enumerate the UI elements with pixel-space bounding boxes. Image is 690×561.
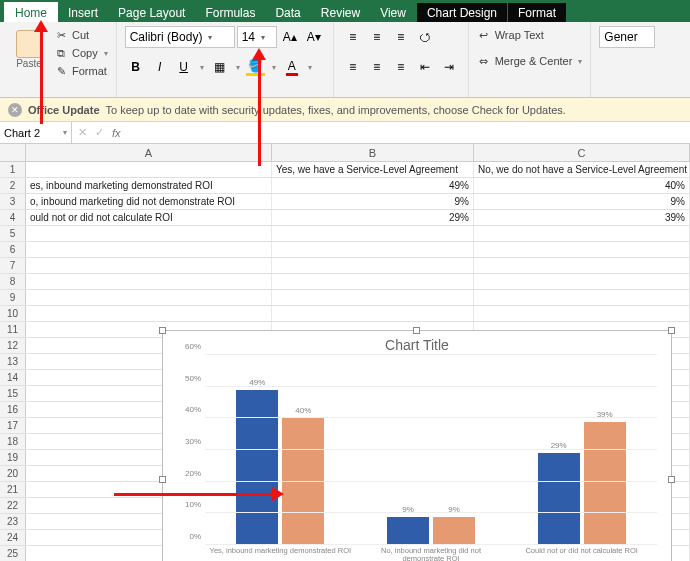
align-top-button[interactable]: ≡ — [342, 26, 364, 48]
italic-button[interactable]: I — [149, 56, 171, 78]
bar[interactable]: 49% — [236, 390, 278, 545]
row-header[interactable]: 16 — [0, 402, 26, 417]
align-left-button[interactable]: ≡ — [342, 56, 364, 78]
row-header[interactable]: 5 — [0, 226, 26, 241]
number-format-dropdown[interactable]: Gener — [599, 26, 655, 48]
col-C-header[interactable]: C — [474, 144, 690, 161]
cell-B8[interactable] — [272, 274, 474, 289]
row-header[interactable]: 10 — [0, 306, 26, 321]
border-button[interactable]: ▦ — [209, 56, 231, 78]
row-header[interactable]: 13 — [0, 354, 26, 369]
cell-B6[interactable] — [272, 242, 474, 257]
cell-A5[interactable] — [26, 226, 272, 241]
cell-B2[interactable]: 49% — [272, 178, 474, 193]
underline-button[interactable]: U — [173, 56, 195, 78]
cell-A8[interactable] — [26, 274, 272, 289]
row-header[interactable]: 15 — [0, 386, 26, 401]
tab-data[interactable]: Data — [265, 3, 310, 22]
row-header[interactable]: 21 — [0, 482, 26, 497]
tab-home[interactable]: Home — [4, 2, 58, 22]
bar[interactable]: 40% — [282, 418, 324, 545]
tab-chart-design[interactable]: Chart Design — [417, 3, 507, 22]
chart-handle[interactable] — [159, 327, 166, 334]
enter-icon[interactable]: ✓ — [95, 126, 104, 139]
paste-button[interactable]: Paste — [16, 58, 42, 69]
row-header[interactable]: 25 — [0, 546, 26, 561]
row-header[interactable]: 9 — [0, 290, 26, 305]
row-header[interactable]: 2 — [0, 178, 26, 193]
fx-icon[interactable]: fx — [112, 127, 121, 139]
bar[interactable]: 9% — [387, 517, 429, 546]
cell-A4[interactable]: ould not or did not calculate ROI — [26, 210, 272, 225]
row-header[interactable]: 3 — [0, 194, 26, 209]
chart-title[interactable]: Chart Title — [163, 331, 671, 355]
close-notice-icon[interactable]: ✕ — [8, 103, 22, 117]
cell-B5[interactable] — [272, 226, 474, 241]
cell-C6[interactable] — [474, 242, 690, 257]
col-A-header[interactable]: A — [26, 144, 272, 161]
wrap-text-button[interactable]: ↩Wrap Text — [477, 26, 583, 44]
fill-color-menu[interactable]: ▾ — [269, 56, 279, 78]
row-header[interactable]: 11 — [0, 322, 26, 337]
embedded-chart[interactable]: Chart Title 49%40%9%9%29%39% 0%10%20%30%… — [162, 330, 672, 561]
cell-C4[interactable]: 39% — [474, 210, 690, 225]
decrease-indent-button[interactable]: ⇤ — [414, 56, 436, 78]
increase-indent-button[interactable]: ⇥ — [438, 56, 460, 78]
row-header[interactable]: 4 — [0, 210, 26, 225]
cell-C7[interactable] — [474, 258, 690, 273]
cell-A10[interactable] — [26, 306, 272, 321]
cell-C8[interactable] — [474, 274, 690, 289]
paste-icon[interactable] — [16, 30, 42, 58]
row-header[interactable]: 22 — [0, 498, 26, 513]
copy-button[interactable]: ⧉Copy▾ — [54, 44, 108, 62]
row-header[interactable]: 19 — [0, 450, 26, 465]
font-color-button[interactable]: A — [281, 56, 303, 78]
chart-plot-area[interactable]: 49%40%9%9%29%39% 0%10%20%30%40%50%60% — [205, 355, 657, 545]
align-bottom-button[interactable]: ≡ — [390, 26, 412, 48]
cell-C2[interactable]: 40% — [474, 178, 690, 193]
cell-C3[interactable]: 9% — [474, 194, 690, 209]
cell-C5[interactable] — [474, 226, 690, 241]
bold-button[interactable]: B — [125, 56, 147, 78]
align-right-button[interactable]: ≡ — [390, 56, 412, 78]
font-name-dropdown[interactable]: Calibri (Body)▾ — [125, 26, 235, 48]
chart-handle[interactable] — [668, 476, 675, 483]
font-size-dropdown[interactable]: 14▾ — [237, 26, 277, 48]
chart-handle[interactable] — [159, 476, 166, 483]
cell-C10[interactable] — [474, 306, 690, 321]
merge-center-button[interactable]: ⇔Merge & Center▾ — [477, 52, 583, 70]
name-box[interactable]: Chart 2▾ — [0, 122, 72, 143]
row-header[interactable]: 23 — [0, 514, 26, 529]
row-header[interactable]: 18 — [0, 434, 26, 449]
cell-B10[interactable] — [272, 306, 474, 321]
row-header[interactable]: 17 — [0, 418, 26, 433]
cell-A1[interactable] — [26, 162, 272, 177]
bar[interactable]: 29% — [538, 453, 580, 545]
grow-font-button[interactable]: A▴ — [279, 26, 301, 48]
row-header[interactable]: 20 — [0, 466, 26, 481]
cell-C1[interactable]: No, we do not have a Service-Level Agree… — [474, 162, 690, 177]
align-middle-button[interactable]: ≡ — [366, 26, 388, 48]
cell-A7[interactable] — [26, 258, 272, 273]
align-center-button[interactable]: ≡ — [366, 56, 388, 78]
col-B-header[interactable]: B — [272, 144, 474, 161]
cut-button[interactable]: ✂Cut — [54, 26, 108, 44]
font-color-menu[interactable]: ▾ — [305, 56, 315, 78]
tab-review[interactable]: Review — [311, 3, 370, 22]
cell-A3[interactable]: o, inbound marketing did not demonstrate… — [26, 194, 272, 209]
border-menu[interactable]: ▾ — [233, 56, 243, 78]
row-header[interactable]: 1 — [0, 162, 26, 177]
cell-B1[interactable]: Yes, we have a Service-Level Agreement — [272, 162, 474, 177]
cell-A6[interactable] — [26, 242, 272, 257]
select-all-corner[interactable] — [0, 144, 26, 161]
chart-handle[interactable] — [668, 327, 675, 334]
row-header[interactable]: 14 — [0, 370, 26, 385]
row-header[interactable]: 8 — [0, 274, 26, 289]
row-header[interactable]: 6 — [0, 242, 26, 257]
row-header[interactable]: 12 — [0, 338, 26, 353]
bar[interactable]: 9% — [433, 517, 475, 546]
cell-A2[interactable]: es, inbound marketing demonstrated ROI — [26, 178, 272, 193]
cell-A9[interactable] — [26, 290, 272, 305]
tab-view[interactable]: View — [370, 3, 416, 22]
tab-format[interactable]: Format — [508, 3, 566, 22]
